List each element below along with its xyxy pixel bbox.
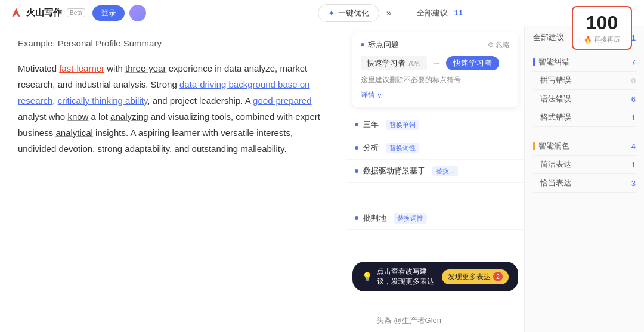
chevron-down-icon: ∨	[377, 91, 382, 100]
optimize-label: 一键优化	[338, 8, 369, 18]
beta-badge: Beta	[67, 8, 85, 17]
topbar: 火山写作 Beta 登录 ✦ 一键优化 » 全部建议 11	[0, 0, 644, 26]
right-item-yufa[interactable]: 语法错误 6	[533, 90, 636, 108]
word-know[interactable]: know	[67, 111, 88, 122]
item-tag-3: 替换...	[432, 166, 458, 176]
arrow-right-icon: →	[432, 58, 441, 69]
optimize-button[interactable]: ✦ 一键优化	[318, 4, 379, 22]
card-dot	[361, 43, 364, 46]
item-dot-1	[355, 123, 358, 126]
suggestions-label: 全部建议 11	[417, 8, 463, 18]
suggestion-card-main: 标点问题 ⊖ 忽略 快速学习者 70% → 快速学习者 这里建议删除不必要的标点…	[352, 32, 518, 107]
center-toolbar: ✦ 一键优化 » 全部建议 11	[146, 4, 634, 22]
spark-icon: ✦	[328, 8, 335, 18]
card-title: 标点问题	[361, 39, 399, 50]
score-sub: 🔥 再接再厉	[584, 35, 620, 44]
item-title-4: 批判地	[363, 213, 386, 224]
right-item-pinxie[interactable]: 拼写错误 0	[533, 72, 636, 90]
word-analytical[interactable]: analytical	[55, 128, 93, 138]
bar-icon-jucuo	[533, 58, 535, 66]
count-geshi: 1	[631, 113, 636, 122]
count-pinxie: 0	[631, 76, 636, 85]
editor-area: Example: Personal Profile Summary Motiva…	[0, 26, 346, 332]
count-jianjie: 1	[631, 160, 636, 169]
item-dot-4	[355, 216, 358, 220]
logo-text: 火山写作	[26, 7, 62, 18]
suggestion-item-2[interactable]: 分析 替换词性	[346, 136, 524, 160]
bar-icon-runse	[533, 142, 535, 150]
word-suggest[interactable]: 快速学习者	[446, 56, 499, 70]
count-jucuo: 7	[631, 58, 636, 67]
item-tag-1: 替换单词	[386, 120, 419, 130]
word-good-prepared[interactable]: good-prepared	[253, 95, 311, 106]
word-analyzing[interactable]: analyzing	[110, 111, 148, 122]
word-fast-learner[interactable]: fast-learner	[59, 63, 104, 73]
word-critically-thinking[interactable]: critically thinking ability	[58, 95, 148, 106]
doc-body: Motivated fast-learner with three-year e…	[18, 60, 328, 157]
more-button[interactable]: »	[386, 8, 392, 18]
doc-title: Example: Personal Profile Summary	[18, 38, 328, 48]
item-dot-3	[355, 169, 358, 173]
suggestion-item-4[interactable]: 批判地 替换词性	[346, 207, 524, 230]
card-header: 标点问题 ⊖ 忽略	[361, 39, 510, 50]
word-compare: 快速学习者 70% → 快速学习者	[361, 56, 510, 70]
suggestion-item-3[interactable]: 数据驱动背景基于 替换...	[346, 160, 524, 183]
fire-icon: 🔥	[584, 36, 592, 44]
right-item-jianjie[interactable]: 简洁表达 1	[533, 156, 636, 174]
item-dot-2	[355, 146, 358, 150]
right-item-runse[interactable]: 智能润色 4	[533, 137, 636, 156]
right-item-qiadang[interactable]: 恰当表达 3	[533, 174, 636, 193]
circle-minus-icon: ⊖	[488, 41, 494, 49]
score-number: 100	[584, 12, 620, 34]
discover-badge: 2	[493, 272, 503, 281]
word-original: 快速学习者 70%	[361, 56, 427, 70]
score-box: 100 🔥 再接再厉	[572, 6, 632, 50]
ignore-button[interactable]: ⊖ 忽略	[488, 40, 510, 50]
bulb-icon: 💡	[362, 272, 372, 281]
logo-area: 火山写作 Beta	[10, 7, 85, 20]
avatar-button[interactable]	[129, 5, 146, 21]
count-qiadang: 3	[631, 179, 636, 188]
tooltip-bar: 💡 点击查看改写建议，发现更多表达 发现更多表达 2	[352, 262, 518, 291]
item-title-3: 数据驱动背景基于	[363, 166, 425, 176]
main-content: Example: Personal Profile Summary Motiva…	[0, 26, 644, 332]
suggestion-panel: 标点问题 ⊖ 忽略 快速学习者 70% → 快速学习者 这里建议删除不必要的标点…	[346, 26, 525, 332]
word-three-year[interactable]: three-year	[125, 63, 166, 73]
item-tag-4: 替换词性	[394, 213, 427, 224]
item-title-1: 三年	[363, 119, 379, 130]
login-button[interactable]: 登录	[92, 5, 125, 21]
right-item-geshi[interactable]: 格式错误 1	[533, 108, 636, 127]
count-runse: 4	[631, 142, 636, 151]
card-desc: 这里建议删除不必要的标点符号.	[361, 75, 510, 85]
suggestions-count: 11	[454, 8, 462, 17]
discover-button[interactable]: 发现更多表达 2	[442, 269, 509, 284]
tooltip-text: 点击查看改写建议，发现更多表达	[377, 266, 437, 287]
item-tag-2: 替换词性	[386, 143, 419, 153]
right-panel: 全部建议 11 智能纠错 7 拼写错误 0 语法错误 6 格式错误	[525, 26, 644, 332]
right-item-jucuo[interactable]: 智能纠错 7	[533, 53, 636, 72]
item-title-2: 分析	[363, 142, 379, 153]
watermark: 头条 @生产者Glen	[376, 315, 441, 326]
card-detail[interactable]: 详情 ∨	[361, 90, 510, 100]
right-divider-2	[533, 132, 636, 132]
word-score: 70%	[408, 60, 421, 67]
count-yufa: 6	[631, 95, 636, 104]
logo-icon	[10, 7, 23, 20]
suggestion-item-1[interactable]: 三年 替换单词	[346, 113, 524, 136]
